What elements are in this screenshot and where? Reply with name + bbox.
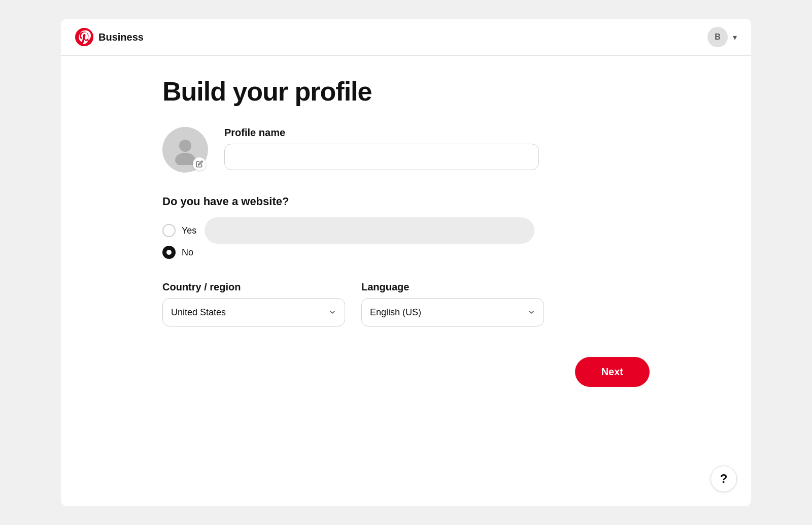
svg-point-2 [175, 153, 195, 165]
pencil-icon [196, 160, 203, 168]
navbar-right: B ▾ [707, 27, 737, 47]
navbar: Business B ▾ [61, 19, 751, 56]
website-url-input[interactable] [215, 226, 524, 235]
avatar-container [162, 127, 208, 173]
yes-label: Yes [182, 225, 196, 236]
svg-point-1 [179, 140, 191, 152]
website-input-container [205, 217, 534, 244]
website-section-label: Do you have a website? [162, 195, 650, 208]
chevron-down-icon[interactable]: ▾ [733, 32, 737, 42]
country-select[interactable]: United States Canada United Kingdom Aust… [162, 298, 345, 326]
no-option: No [162, 246, 650, 259]
country-group: Country / region United States Canada Un… [162, 281, 345, 326]
no-label: No [182, 247, 193, 258]
user-avatar[interactable]: B [707, 27, 728, 47]
no-radio-wrapper: No [162, 246, 193, 259]
yes-radio[interactable] [162, 224, 176, 237]
country-label: Country / region [162, 281, 345, 293]
no-radio[interactable] [162, 246, 176, 259]
profile-name-label: Profile name [224, 127, 650, 139]
profile-name-section: Profile name [224, 127, 650, 170]
main-window: Business B ▾ Build your profile [61, 19, 751, 506]
profile-name-input[interactable] [224, 144, 539, 170]
website-section: Do you have a website? Yes [162, 195, 650, 259]
page-title: Build your profile [162, 76, 650, 107]
main-content: Build your profile Profile [61, 56, 751, 428]
language-label: Language [361, 281, 544, 293]
navbar-title: Business [98, 31, 144, 43]
language-group: Language English (US) English (UK) Spani… [361, 281, 544, 326]
profile-section: Profile name [162, 127, 650, 173]
navbar-left: Business [75, 28, 144, 46]
next-button[interactable]: Next [575, 357, 650, 387]
yes-radio-wrapper: Yes [162, 224, 196, 237]
language-select[interactable]: English (US) English (UK) Spanish French… [361, 298, 544, 326]
edit-avatar-button[interactable] [193, 157, 206, 171]
radio-group: Yes No [162, 217, 650, 259]
yes-option: Yes [162, 217, 650, 244]
yes-input-row: Yes [162, 217, 534, 244]
dropdowns-section: Country / region United States Canada Un… [162, 281, 650, 326]
next-btn-row: Next [162, 357, 650, 387]
help-button[interactable]: ? [710, 466, 737, 492]
pinterest-logo-icon [75, 28, 93, 46]
